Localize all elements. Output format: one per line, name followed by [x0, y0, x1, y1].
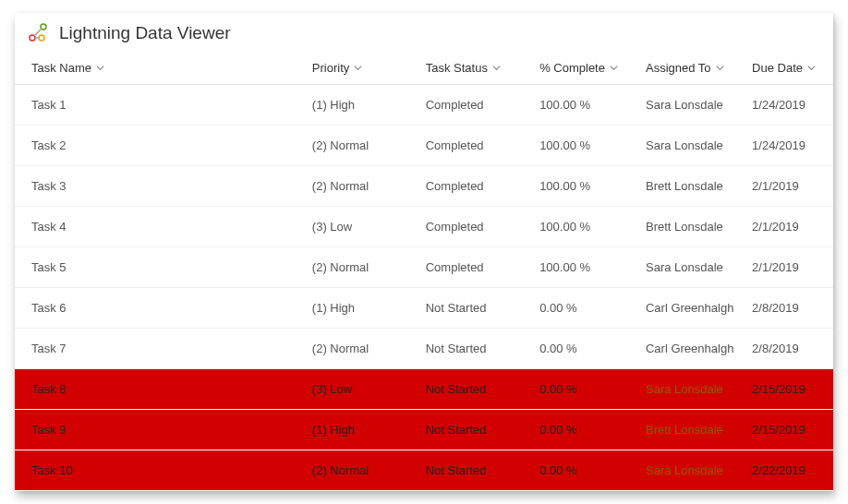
app-logo-icon — [26, 22, 48, 44]
cell-due-date: 2/1/2019 — [745, 247, 833, 288]
col-header-label: Assigned To — [646, 61, 711, 75]
table-row[interactable]: Task 7(2) NormalNot Started0.00 %Carl Gr… — [15, 329, 833, 369]
cell-due-date: 1/24/2019 — [745, 126, 833, 166]
cell-task-name: Task 3 — [15, 166, 305, 207]
cell-pct-complete: 100.00 % — [532, 166, 638, 207]
app-window: Lightning Data Viewer Task Name Priority — [15, 13, 833, 491]
cell-task-status: Completed — [418, 126, 532, 166]
cell-assigned-to[interactable]: Brett Lonsdale — [638, 207, 745, 247]
cell-priority: (2) Normal — [305, 166, 418, 207]
cell-assigned-to[interactable]: Carl Greenhalgh — [638, 329, 745, 369]
table-row[interactable]: Task 3(2) NormalCompleted100.00 %Brett L… — [15, 166, 833, 207]
cell-priority: (1) High — [305, 410, 418, 450]
cell-due-date: 2/1/2019 — [745, 166, 833, 207]
page-title: Lightning Data Viewer — [59, 23, 231, 43]
cell-task-status: Completed — [418, 247, 532, 288]
cell-pct-complete: 100.00 % — [532, 85, 638, 126]
chevron-down-icon — [491, 63, 502, 73]
col-header-pct-complete[interactable]: % Complete — [532, 55, 638, 85]
table-row[interactable]: Task 9(1) HighNot Started0.00 %Brett Lon… — [15, 410, 833, 450]
cell-task-name: Task 5 — [15, 247, 305, 288]
cell-assigned-to[interactable]: Sara Lonsdale — [638, 369, 745, 410]
cell-due-date: 2/15/2019 — [745, 369, 833, 410]
cell-pct-complete: 0.00 % — [532, 329, 638, 369]
cell-assigned-to[interactable]: Sara Lonsdale — [638, 247, 745, 288]
cell-pct-complete: 0.00 % — [532, 450, 638, 491]
cell-task-name: Task 10 — [15, 450, 305, 491]
cell-task-name: Task 9 — [15, 410, 305, 450]
cell-priority: (2) Normal — [305, 450, 418, 491]
cell-task-status: Not Started — [418, 369, 532, 410]
cell-task-status: Completed — [418, 166, 532, 207]
cell-due-date: 2/15/2019 — [745, 410, 833, 450]
col-header-due-date[interactable]: Due Date — [745, 55, 833, 85]
cell-priority: (1) High — [305, 85, 418, 126]
cell-task-name: Task 7 — [15, 329, 305, 369]
cell-priority: (1) High — [305, 288, 418, 329]
cell-task-name: Task 4 — [15, 207, 305, 247]
cell-task-status: Not Started — [418, 329, 532, 369]
col-header-task-status[interactable]: Task Status — [418, 55, 532, 85]
cell-pct-complete: 100.00 % — [532, 247, 638, 288]
cell-priority: (2) Normal — [305, 329, 418, 369]
cell-task-name: Task 1 — [15, 85, 305, 126]
table-row[interactable]: Task 10(2) NormalNot Started0.00 %Sara L… — [15, 450, 833, 491]
header: Lightning Data Viewer — [15, 13, 833, 55]
col-header-task-name[interactable]: Task Name — [15, 55, 305, 85]
cell-pct-complete: 0.00 % — [532, 288, 638, 329]
col-header-label: Priority — [312, 61, 349, 75]
cell-pct-complete: 100.00 % — [532, 207, 638, 247]
table-row[interactable]: Task 4(3) LowCompleted100.00 %Brett Lons… — [15, 207, 833, 247]
col-header-label: % Complete — [539, 61, 605, 75]
chevron-down-icon — [715, 63, 725, 73]
cell-due-date: 2/1/2019 — [745, 207, 833, 247]
cell-pct-complete: 0.00 % — [532, 369, 638, 410]
col-header-label: Due Date — [752, 61, 803, 75]
chevron-down-icon — [806, 63, 817, 73]
col-header-assigned-to[interactable]: Assigned To — [638, 55, 745, 85]
table-header-row: Task Name Priority Task Status — [15, 55, 833, 85]
cell-task-status: Not Started — [418, 288, 532, 329]
cell-priority: (2) Normal — [305, 126, 418, 166]
cell-assigned-to[interactable]: Brett Lonsdale — [638, 166, 745, 207]
cell-task-name: Task 2 — [15, 126, 305, 166]
table-row[interactable]: Task 5(2) NormalCompleted100.00 %Sara Lo… — [15, 247, 833, 288]
cell-priority: (3) Low — [305, 207, 418, 247]
svg-point-1 — [39, 35, 44, 41]
cell-task-status: Not Started — [418, 410, 532, 450]
cell-assigned-to[interactable]: Sara Lonsdale — [638, 450, 745, 491]
col-header-label: Task Status — [426, 61, 488, 75]
cell-assigned-to[interactable]: Sara Lonsdale — [638, 85, 745, 126]
table-row[interactable]: Task 1(1) HighCompleted100.00 %Sara Lons… — [15, 85, 833, 126]
cell-task-status: Completed — [418, 85, 532, 126]
cell-task-name: Task 8 — [15, 369, 305, 410]
table-row[interactable]: Task 8(3) LowNot Started0.00 %Sara Lonsd… — [15, 369, 833, 410]
table-body: Task 1(1) HighCompleted100.00 %Sara Lons… — [15, 85, 833, 491]
chevron-down-icon — [353, 63, 363, 73]
chevron-down-icon — [609, 63, 619, 73]
cell-due-date: 2/8/2019 — [745, 329, 833, 369]
table-row[interactable]: Task 2(2) NormalCompleted100.00 %Sara Lo… — [15, 126, 833, 166]
cell-task-name: Task 6 — [15, 288, 305, 329]
cell-assigned-to[interactable]: Sara Lonsdale — [638, 126, 745, 166]
cell-priority: (2) Normal — [305, 247, 418, 288]
cell-assigned-to[interactable]: Carl Greenhalgh — [638, 288, 745, 329]
cell-due-date: 2/22/2019 — [745, 450, 833, 491]
chevron-down-icon — [95, 63, 105, 73]
table-row[interactable]: Task 6(1) HighNot Started0.00 %Carl Gree… — [15, 288, 833, 329]
cell-task-status: Completed — [418, 207, 532, 247]
cell-pct-complete: 0.00 % — [532, 410, 638, 450]
col-header-label: Task Name — [31, 61, 91, 75]
cell-assigned-to[interactable]: Brett Lonsdale — [638, 410, 745, 450]
col-header-priority[interactable]: Priority — [305, 55, 418, 85]
cell-due-date: 2/8/2019 — [745, 288, 833, 329]
cell-task-status: Not Started — [418, 450, 532, 491]
cell-due-date: 1/24/2019 — [745, 85, 833, 126]
cell-priority: (3) Low — [305, 369, 418, 410]
cell-pct-complete: 100.00 % — [532, 126, 638, 166]
data-table: Task Name Priority Task Status — [15, 55, 833, 491]
